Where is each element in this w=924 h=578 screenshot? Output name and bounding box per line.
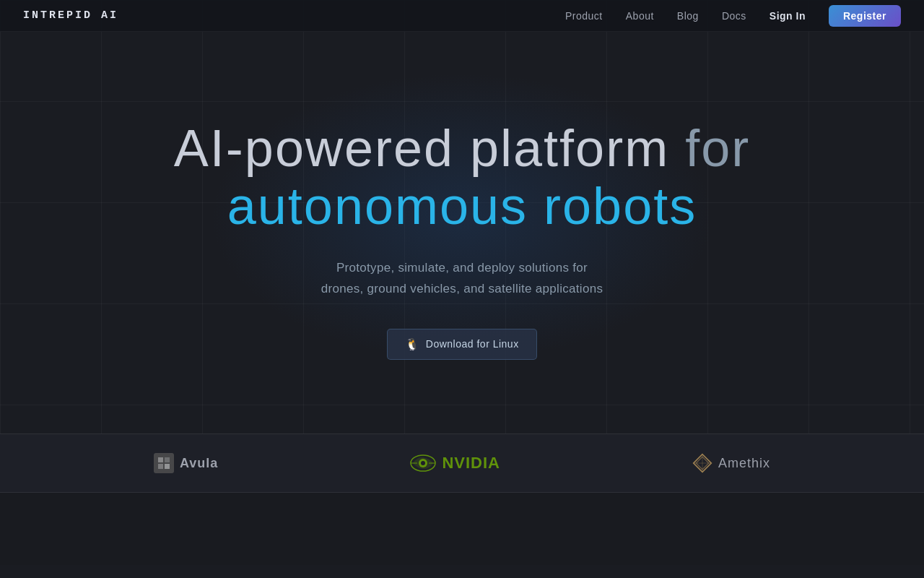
partner-nvidia: NVIDIA [410,454,500,473]
nav-links: Product About Blog Docs Sign In Register [565,5,901,27]
register-button[interactable]: Register [829,5,901,27]
nav-about[interactable]: About [626,10,654,22]
svg-rect-1 [165,457,170,462]
navbar: INTREPID AI Product About Blog Docs Sign… [0,0,924,32]
linux-icon: 🐧 [405,337,420,351]
amethix-label: Amethix [692,453,770,473]
partner-amethix: Amethix [692,453,770,473]
nav-product[interactable]: Product [565,10,603,22]
svg-point-6 [421,461,425,465]
avula-logo-svg [157,457,170,470]
site-logo[interactable]: INTREPID AI [23,9,118,22]
svg-rect-0 [158,457,163,462]
hero-section: AI-powered platform for autonomous robot… [0,0,924,434]
nvidia-logo-svg [410,454,436,472]
hero-title-line1: AI-powered platform for [174,120,750,177]
hero-title-line2: autonomous robots [174,178,750,235]
download-label: Download for Linux [426,338,519,350]
partners-section: Avula NVIDIA [0,434,924,493]
svg-rect-2 [158,464,163,469]
avula-icon [154,453,174,473]
hero-title: AI-powered platform for autonomous robot… [174,120,750,234]
hero-content: AI-powered platform for autonomous robot… [160,77,764,388]
partner-avula: Avula [154,453,218,473]
bottom-section [0,493,924,565]
download-button[interactable]: 🐧 Download for Linux [387,329,536,360]
signin-link[interactable]: Sign In [770,10,806,22]
amethix-logo-svg [692,453,712,473]
avula-label: Avula [180,456,218,471]
hero-subtitle: Prototype, simulate, and deploy solution… [174,258,750,300]
nvidia-label: NVIDIA [410,454,500,473]
svg-rect-3 [165,464,170,469]
nav-blog[interactable]: Blog [677,10,699,22]
nav-docs[interactable]: Docs [722,10,746,22]
